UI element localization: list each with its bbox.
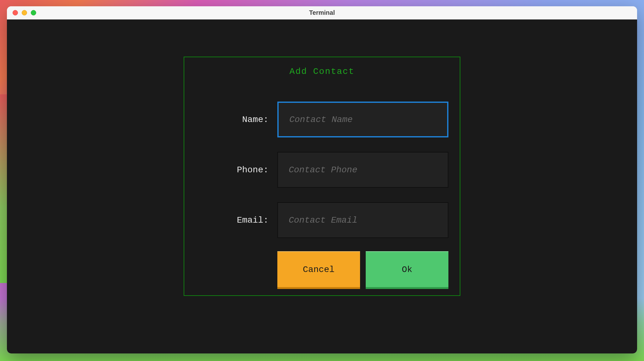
cancel-button[interactable]: Cancel	[277, 251, 360, 289]
name-label: Name:	[196, 115, 277, 125]
terminal-content: Add Contact Name: Phone: Email: Cancel O…	[7, 19, 637, 353]
name-input[interactable]	[277, 102, 448, 137]
phone-row: Phone:	[196, 152, 448, 188]
name-row: Name:	[196, 102, 448, 137]
window-close-button[interactable]	[13, 10, 18, 15]
email-row: Email:	[196, 202, 448, 238]
traffic-lights	[7, 10, 36, 15]
window-title: Terminal	[7, 9, 637, 16]
add-contact-dialog: Add Contact Name: Phone: Email: Cancel O…	[184, 57, 460, 296]
phone-label: Phone:	[196, 165, 277, 175]
email-input[interactable]	[277, 202, 448, 238]
email-label: Email:	[196, 215, 277, 225]
phone-input[interactable]	[277, 152, 448, 188]
ok-button[interactable]: Ok	[366, 251, 448, 289]
window-maximize-button[interactable]	[31, 10, 36, 15]
terminal-window: Terminal Add Contact Name: Phone: Email:…	[7, 6, 637, 353]
window-titlebar[interactable]: Terminal	[7, 6, 637, 19]
dialog-button-row: Cancel Ok	[277, 251, 448, 289]
dialog-title: Add Contact	[196, 67, 448, 76]
window-minimize-button[interactable]	[22, 10, 27, 15]
